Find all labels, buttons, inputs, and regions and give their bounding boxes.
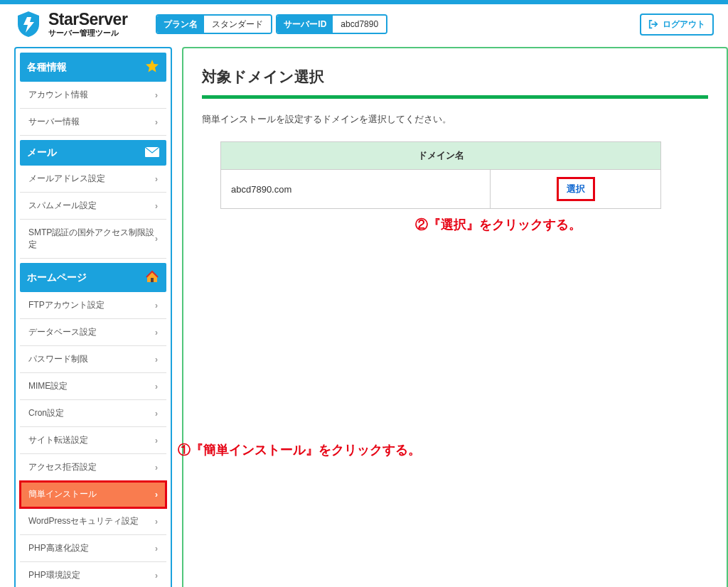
domain-cell: abcd7890.com [221, 170, 491, 209]
sidebar-item-label: SMTP認証の国外アクセス制限設定 [28, 227, 155, 251]
sidebar-item-smtp-auth[interactable]: SMTP認証の国外アクセス制限設定 › [20, 220, 166, 259]
plan-value: スタンダード [204, 16, 271, 33]
sidebar-item-label: サーバー情報 [28, 116, 80, 128]
plan-label: プラン名 [157, 16, 204, 33]
sidebar-item-label: アクセス拒否設定 [28, 461, 97, 473]
chevron-right-icon: › [155, 355, 158, 365]
sidebar-item-label: WordPressセキュリティ設定 [28, 515, 139, 527]
select-highlight-box: 選択 [557, 177, 595, 201]
sidebar-item-mail-address[interactable]: メールアドレス設定 › [20, 166, 166, 193]
sidebar-item-wp-security[interactable]: WordPressセキュリティ設定› [20, 508, 166, 535]
chevron-right-icon: › [155, 436, 158, 446]
sidebar-item-label: スパムメール設定 [28, 200, 97, 212]
server-badge: サーバーID abcd7890 [276, 14, 387, 34]
sidebar-header-label: ホームページ [27, 271, 87, 284]
chevron-right-icon: › [155, 382, 158, 392]
chevron-right-icon: › [155, 328, 158, 338]
server-id-label: サーバーID [277, 16, 333, 33]
server-id-value: abcd7890 [333, 16, 386, 33]
sidebar-item-account-info[interactable]: アカウント情報 › [20, 82, 166, 109]
sidebar-header-info: 各種情報 [20, 53, 166, 82]
page-title: 対象ドメイン選択 [202, 67, 708, 95]
logo-subtitle: サーバー管理ツール [48, 29, 127, 37]
select-link[interactable]: 選択 [562, 181, 589, 198]
sidebar-header-label: メール [27, 146, 57, 159]
sidebar-item-php-env[interactable]: PHP環境設定› [20, 562, 166, 587]
annotation-step-1: ①『簡単インストール』をクリックする。 [178, 441, 421, 458]
sidebar-header-mail: メール [20, 140, 166, 166]
logo-icon [14, 10, 43, 38]
table-row: abcd7890.com 選択 [221, 170, 661, 209]
action-cell: 選択 [491, 170, 661, 209]
sidebar-item-label: Cron設定 [28, 407, 64, 419]
chevron-right-icon: › [155, 301, 158, 311]
chevron-right-icon: › [155, 174, 158, 184]
chevron-right-icon: › [155, 117, 158, 127]
table-header-domain: ドメイン名 [221, 142, 661, 170]
logo-title: StarServer [48, 11, 127, 28]
sidebar-item-label: PHP高速化設定 [28, 542, 89, 554]
logout-icon [648, 19, 658, 29]
sidebar-item-easy-install[interactable]: 簡単インストール› [20, 481, 166, 508]
svg-rect-1 [151, 278, 154, 282]
sidebar-header-label: 各種情報 [27, 61, 67, 74]
chevron-right-icon: › [155, 90, 158, 100]
sidebar-item-database[interactable]: データベース設定› [20, 319, 166, 346]
sidebar-item-spam-mail[interactable]: スパムメール設定 › [20, 193, 166, 220]
sidebar-item-label: 簡単インストール [28, 488, 97, 500]
main-panel: 対象ドメイン選択 簡単インストールを設定するドメインを選択してください。 ドメイ… [182, 47, 728, 587]
chevron-right-icon: › [155, 571, 158, 581]
sidebar-item-label: PHP環境設定 [28, 569, 80, 581]
sidebar-item-label: パスワード制限 [28, 353, 88, 365]
sidebar-item-site-transfer[interactable]: サイト転送設定› [20, 427, 166, 454]
sidebar-item-php-fast[interactable]: PHP高速化設定› [20, 535, 166, 562]
chevron-right-icon: › [155, 409, 158, 419]
header: StarServer サーバー管理ツール プラン名 スタンダード サーバーID … [0, 4, 728, 47]
plan-badge: プラン名 スタンダード [156, 14, 272, 34]
chevron-right-icon: › [155, 517, 158, 527]
chevron-right-icon: › [155, 234, 158, 244]
chevron-right-icon: › [155, 201, 158, 211]
annotation-step-2: ②『選択』をクリックする。 [415, 216, 582, 233]
sidebar-item-ftp[interactable]: FTPアカウント設定› [20, 292, 166, 319]
sidebar-item-mime[interactable]: MIME設定› [20, 373, 166, 400]
sidebar-item-label: MIME設定 [28, 380, 68, 392]
sidebar-item-cron[interactable]: Cron設定› [20, 400, 166, 427]
sidebar-item-password[interactable]: パスワード制限› [20, 346, 166, 373]
mail-icon [145, 147, 159, 157]
sidebar-item-server-info[interactable]: サーバー情報 › [20, 109, 166, 136]
logout-button[interactable]: ログアウト [640, 14, 714, 36]
page-description: 簡単インストールを設定するドメインを選択してください。 [202, 113, 708, 126]
sidebar-item-label: データベース設定 [28, 326, 97, 338]
chevron-right-icon: › [155, 544, 158, 554]
sidebar: 各種情報 アカウント情報 › サーバー情報 › メール [14, 47, 172, 587]
home-icon [145, 269, 159, 284]
sidebar-item-label: アカウント情報 [28, 89, 88, 101]
chevron-right-icon: › [155, 490, 158, 500]
sidebar-header-homepage: ホームページ [20, 263, 166, 292]
star-icon [145, 59, 159, 73]
sidebar-item-access-deny[interactable]: アクセス拒否設定› [20, 454, 166, 481]
logo[interactable]: StarServer サーバー管理ツール [14, 10, 127, 38]
sidebar-item-label: サイト転送設定 [28, 434, 88, 446]
title-underline [202, 95, 708, 99]
logout-label: ログアウト [663, 18, 705, 31]
domain-table: ドメイン名 abcd7890.com 選択 [220, 141, 661, 209]
sidebar-item-label: メールアドレス設定 [28, 173, 105, 185]
sidebar-item-label: FTPアカウント設定 [28, 299, 105, 311]
chevron-right-icon: › [155, 463, 158, 473]
